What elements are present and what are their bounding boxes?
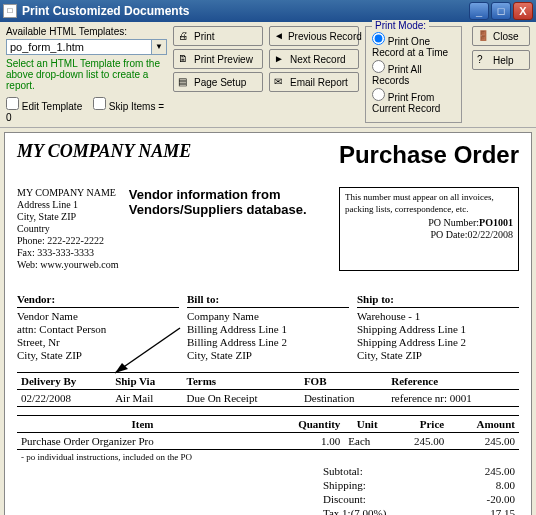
print-mode-legend: Print Mode: <box>372 20 429 31</box>
previous-record-button[interactable]: ◄Previous Record <box>269 26 359 46</box>
vendor-block: Vendor: Vendor Name attn: Contact Person… <box>17 293 179 362</box>
from-address-block: MY COMPANY NAME Address Line 1 City, Sta… <box>17 187 119 271</box>
template-input[interactable] <box>6 39 152 55</box>
po-title: Purchase Order <box>339 141 519 169</box>
print-button[interactable]: 🖨Print <box>173 26 263 46</box>
app-icon: □ <box>3 4 17 18</box>
email-report-button[interactable]: ✉Email Report <box>269 72 359 92</box>
mode-all-radio[interactable]: Print All Records <box>372 60 455 86</box>
mode-current-radio[interactable]: Print From Current Record <box>372 88 455 114</box>
shipto-block: Ship to: Warehouse - 1 Shipping Address … <box>357 293 519 362</box>
toolbar: Available HTML Templates: ▼ Select an HT… <box>0 22 536 128</box>
page-setup-button[interactable]: ▤Page Setup <box>173 72 263 92</box>
chevron-down-icon[interactable]: ▼ <box>152 39 167 55</box>
items-note: - po individual instructions, included o… <box>17 450 519 465</box>
door-icon: 🚪 <box>477 30 489 42</box>
print-mode-group: Print Mode: Print One Record at a Time P… <box>365 26 462 123</box>
document-preview[interactable]: MY COMPANY NAME Purchase Order MY COMPAN… <box>4 132 532 515</box>
help-icon: ? <box>477 54 489 66</box>
titlebar: □ Print Customized Documents _ □ X <box>0 0 536 22</box>
arrow-left-icon: ◄ <box>274 30 284 42</box>
terms-table: Delivery By Ship Via Terms FOB Reference… <box>17 372 519 407</box>
totals-table: Subtotal:245.00 Shipping:8.00 Discount:-… <box>319 464 519 515</box>
maximize-button[interactable]: □ <box>491 2 511 20</box>
print-preview-button[interactable]: 🗎Print Preview <box>173 49 263 69</box>
edit-template-check[interactable]: Edit Template <box>6 101 82 112</box>
printer-icon: 🖨 <box>178 30 190 42</box>
mode-one-radio[interactable]: Print One Record at a Time <box>372 32 455 58</box>
table-row: Purchase Order Organizer Pro 1.00 Each 2… <box>17 433 519 450</box>
template-combo[interactable]: ▼ <box>6 39 167 55</box>
templates-label: Available HTML Templates: <box>6 26 167 37</box>
template-hint: Select an HTML Template from the above d… <box>6 58 167 91</box>
help-button[interactable]: ?Help <box>472 50 530 70</box>
minimize-button[interactable]: _ <box>469 2 489 20</box>
arrow-right-icon: ► <box>274 53 286 65</box>
page-setup-icon: ▤ <box>178 76 190 88</box>
items-table: Item Quantity Unit Price Amount Purchase… <box>17 415 519 464</box>
po-number-box: This number must appear on all invoices,… <box>339 187 519 271</box>
window-title: Print Customized Documents <box>22 4 467 18</box>
preview-icon: 🗎 <box>178 53 190 65</box>
next-record-button[interactable]: ►Next Record <box>269 49 359 69</box>
email-icon: ✉ <box>274 76 286 88</box>
billto-block: Bill to: Company Name Billing Address Li… <box>187 293 349 362</box>
close-button[interactable]: 🚪Close <box>472 26 530 46</box>
vendor-annotation: Vendor information from Vendors/Supplier… <box>129 187 339 271</box>
close-window-button[interactable]: X <box>513 2 533 20</box>
company-name: MY COMPANY NAME <box>17 141 191 161</box>
